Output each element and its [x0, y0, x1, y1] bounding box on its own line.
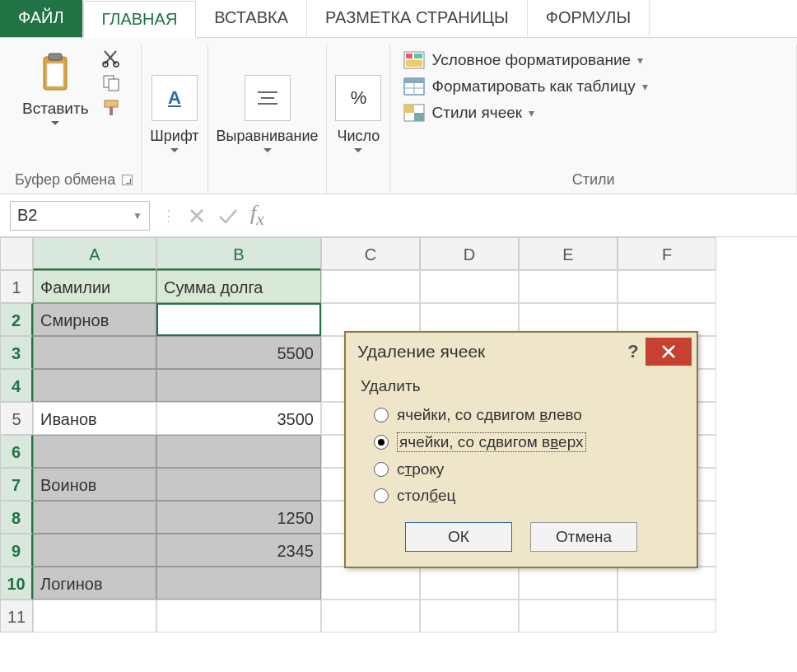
- dropdown-caret-icon: [51, 121, 59, 126]
- cell[interactable]: [156, 600, 321, 632]
- tab-page-layout[interactable]: РАЗМЕТКА СТРАНИЦЫ: [307, 0, 528, 37]
- cell[interactable]: [420, 567, 519, 600]
- dialog-help-button[interactable]: ?: [621, 339, 646, 364]
- cell[interactable]: [519, 567, 618, 600]
- cell[interactable]: [156, 369, 321, 402]
- delete-cells-dialog: Удаление ячеек ? Удалить ячейки, со сдви…: [344, 331, 698, 568]
- conditional-formatting-icon: [403, 51, 425, 69]
- cell[interactable]: [156, 435, 321, 468]
- row-header[interactable]: 7: [0, 468, 33, 501]
- column-header-d[interactable]: D: [420, 237, 519, 270]
- cell[interactable]: 3500: [156, 402, 321, 435]
- row-header[interactable]: 6: [0, 435, 33, 468]
- dropdown-caret-icon: [354, 148, 362, 153]
- cell[interactable]: Иванов: [33, 402, 156, 435]
- radio-shift-up[interactable]: ячейки, со сдвигом вверх: [361, 428, 682, 456]
- font-dropdown[interactable]: А: [151, 75, 198, 121]
- alignment-label: Выравнивание: [217, 128, 319, 145]
- cell[interactable]: [618, 600, 716, 632]
- radio-shift-left[interactable]: ячейки, со сдвигом влево: [361, 402, 682, 428]
- dialog-section-label: Удалить: [361, 377, 682, 395]
- column-header-b[interactable]: B: [156, 237, 321, 270]
- row-header[interactable]: 3: [0, 336, 33, 369]
- row-header[interactable]: 2: [0, 303, 33, 336]
- conditional-formatting-button[interactable]: Условное форматирование▾: [398, 49, 652, 71]
- svg-rect-22: [414, 113, 424, 121]
- cell[interactable]: [420, 600, 519, 632]
- align-icon: [245, 75, 291, 121]
- svg-rect-13: [406, 54, 412, 58]
- radio-entire-row[interactable]: строку: [361, 456, 682, 483]
- percent-icon: %: [335, 75, 381, 121]
- cell[interactable]: [156, 468, 321, 501]
- cell[interactable]: 1250: [156, 501, 321, 534]
- enter-formula-icon[interactable]: [217, 207, 239, 225]
- row-header[interactable]: 11: [0, 600, 33, 632]
- row-header[interactable]: 8: [0, 501, 33, 534]
- close-icon: [661, 344, 676, 359]
- row-header[interactable]: 1: [0, 270, 33, 303]
- cell[interactable]: [420, 270, 519, 303]
- tab-file[interactable]: ФАЙЛ: [0, 0, 83, 37]
- svg-rect-21: [404, 105, 414, 113]
- cell[interactable]: [321, 270, 420, 303]
- cell[interactable]: [33, 600, 156, 632]
- tab-formulas[interactable]: ФОРМУЛЫ: [528, 0, 650, 37]
- cell-styles-button[interactable]: Стили ячеек▾: [398, 102, 652, 124]
- format-as-table-button[interactable]: Форматировать как таблицу▾: [398, 76, 652, 97]
- formula-input[interactable]: [276, 201, 787, 231]
- row-header[interactable]: 4: [0, 369, 33, 402]
- cancel-formula-icon[interactable]: [188, 207, 206, 225]
- cell[interactable]: 5500: [156, 336, 321, 369]
- select-all-corner[interactable]: [0, 237, 33, 270]
- column-header-c[interactable]: C: [321, 237, 420, 270]
- name-box[interactable]: B2 ▼: [10, 201, 150, 231]
- cell[interactable]: [33, 369, 156, 402]
- cancel-button[interactable]: Отмена: [530, 522, 637, 552]
- cell[interactable]: Смирнов: [33, 303, 156, 336]
- cell[interactable]: [618, 270, 716, 303]
- cell[interactable]: [156, 567, 321, 600]
- cell[interactable]: [519, 270, 618, 303]
- dialog-title: Удаление ячеек: [357, 342, 485, 362]
- svg-rect-6: [109, 79, 119, 91]
- ok-button[interactable]: ОК: [405, 522, 512, 552]
- alignment-dropdown[interactable]: [245, 75, 291, 121]
- number-dropdown[interactable]: %: [335, 75, 381, 121]
- cell[interactable]: [618, 567, 716, 600]
- column-header-e[interactable]: E: [519, 237, 618, 270]
- cell[interactable]: [33, 336, 156, 369]
- cell[interactable]: [321, 567, 420, 600]
- cut-icon[interactable]: [101, 49, 124, 68]
- cell[interactable]: [33, 435, 156, 468]
- tab-insert[interactable]: ВСТАВКА: [196, 0, 307, 37]
- cell[interactable]: Фамилии: [33, 270, 156, 303]
- copy-icon[interactable]: [101, 74, 124, 92]
- tab-home[interactable]: ГЛАВНАЯ: [83, 1, 197, 38]
- dialog-titlebar[interactable]: Удаление ячеек ?: [346, 333, 697, 371]
- cell[interactable]: Сумма долга: [156, 270, 321, 303]
- paste-button[interactable]: Вставить: [15, 44, 96, 132]
- format-table-icon: [403, 77, 425, 96]
- row-header[interactable]: 9: [0, 534, 33, 567]
- cell[interactable]: [33, 534, 156, 567]
- cell[interactable]: 2345: [156, 534, 321, 567]
- active-cell[interactable]: [156, 303, 321, 336]
- format-painter-icon[interactable]: [101, 99, 124, 117]
- fx-icon[interactable]: fx: [250, 201, 264, 230]
- group-alignment: Выравнивание: [208, 44, 328, 194]
- column-header-f[interactable]: F: [618, 237, 716, 270]
- radio-entire-column[interactable]: столбец: [361, 483, 682, 509]
- dialog-launcher-icon[interactable]: [122, 175, 133, 185]
- cell[interactable]: [321, 600, 420, 632]
- dialog-close-button[interactable]: [646, 338, 692, 366]
- row-header[interactable]: 5: [0, 402, 33, 435]
- cell[interactable]: [33, 501, 156, 534]
- cell[interactable]: [519, 600, 618, 632]
- cell[interactable]: Воинов: [33, 468, 156, 501]
- radio-icon: [374, 408, 389, 422]
- cell[interactable]: Логинов: [33, 567, 156, 600]
- row-header[interactable]: 10: [0, 567, 33, 600]
- column-header-a[interactable]: A: [33, 237, 156, 270]
- group-clipboard: Вставить Буфер обмена: [7, 44, 142, 194]
